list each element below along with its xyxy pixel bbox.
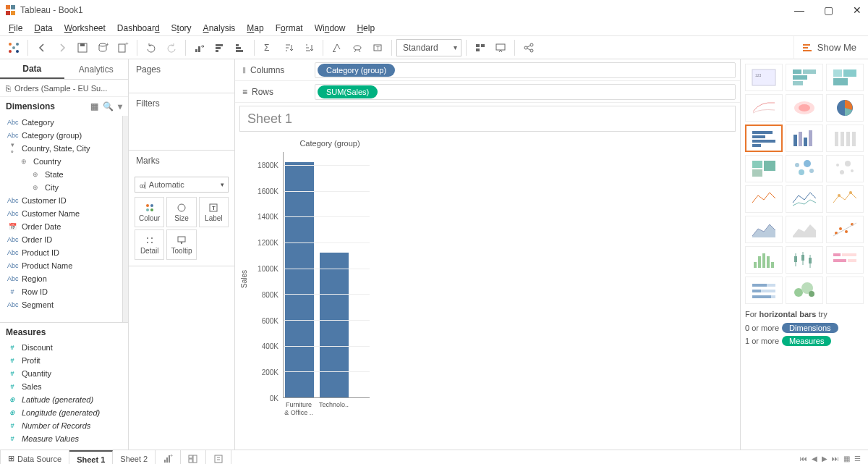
new-worksheet-button[interactable]: + <box>114 38 132 57</box>
showme-thumb-8[interactable] <box>826 125 864 152</box>
swap-button[interactable] <box>190 38 209 57</box>
back-button[interactable] <box>33 38 51 57</box>
tab-data[interactable]: Data <box>0 59 64 79</box>
dimension-field[interactable]: AbcCustomer Name <box>0 207 122 220</box>
bar[interactable] <box>320 253 349 397</box>
nav-first-icon[interactable]: ⏮ <box>800 455 807 463</box>
showme-thumb-14[interactable] <box>826 185 864 213</box>
sort-ascending-button[interactable] <box>279 38 298 57</box>
showme-thumb-21[interactable] <box>745 277 783 304</box>
save-button[interactable] <box>73 38 92 57</box>
showme-thumb-3[interactable] <box>745 94 783 122</box>
menu-map[interactable]: Map <box>242 22 268 35</box>
marks-detail[interactable]: Detail <box>135 229 164 260</box>
sort-descending-button[interactable] <box>299 38 318 57</box>
totals-button[interactable]: Σ <box>259 38 278 57</box>
showme-thumb-9[interactable] <box>745 155 783 182</box>
menu-analysis[interactable]: Analysis <box>199 22 240 35</box>
showme-thumb-18[interactable] <box>745 246 783 274</box>
bar[interactable] <box>285 162 314 397</box>
dimension-field[interactable]: #Row ID <box>0 285 122 298</box>
dimension-field[interactable]: ⊕State <box>0 168 122 181</box>
dimension-field[interactable]: AbcOrder ID <box>0 233 122 246</box>
measure-field[interactable]: #Quantity <box>0 367 128 380</box>
measure-field[interactable]: #Number of Records <box>0 419 128 432</box>
showme-thumb-5[interactable] <box>826 94 864 122</box>
dimensions-menu-icon[interactable]: ▾ <box>118 101 122 111</box>
nav-prev-icon[interactable]: ◀ <box>812 455 817 463</box>
tab-sheet1[interactable]: Sheet 1 <box>69 450 113 465</box>
marks-colour[interactable]: Colour <box>135 197 164 227</box>
presentation-mode-button[interactable] <box>491 38 510 57</box>
menu-story[interactable]: Story <box>167 22 196 35</box>
show-me-button[interactable]: Show Me <box>793 36 864 59</box>
measure-field[interactable]: #Sales <box>0 380 128 393</box>
rows-pill[interactable]: SUM(Sales) <box>318 85 378 98</box>
scrollbar[interactable] <box>122 116 128 322</box>
tab-datasource[interactable]: ⊞Data Source <box>0 450 69 465</box>
undo-button[interactable] <box>142 38 161 57</box>
forward-button[interactable] <box>53 38 72 57</box>
marks-tooltip[interactable]: Tooltip <box>166 229 196 260</box>
marks-label[interactable]: TLabel <box>199 197 229 227</box>
showme-thumb-19[interactable] <box>786 246 823 274</box>
nav-grid-icon[interactable]: ▦ <box>843 455 850 463</box>
nav-list-icon[interactable]: ☰ <box>854 455 861 463</box>
menu-data[interactable]: Data <box>30 22 56 35</box>
sort-desc-button[interactable] <box>231 38 250 57</box>
dimension-field[interactable]: ⊕City <box>0 181 122 194</box>
showme-thumb-6[interactable] <box>745 125 783 152</box>
new-worksheet-tab[interactable]: + <box>156 450 181 465</box>
menu-file[interactable]: File <box>4 22 27 35</box>
new-datasource-button[interactable]: + <box>93 38 112 57</box>
measure-field[interactable]: ⊕Longitude (generated) <box>0 406 128 419</box>
columns-shelf[interactable]: ⦀Columns Category (group) <box>235 59 740 81</box>
showme-thumb-16[interactable] <box>786 216 823 243</box>
showme-thumb-12[interactable] <box>745 185 783 213</box>
dimension-field[interactable]: AbcProduct ID <box>0 246 122 259</box>
share-button[interactable] <box>519 38 538 57</box>
marks-type-dropdown[interactable]: ₀₀| Automatic <box>135 177 229 193</box>
dimension-field[interactable]: ▾ ⚬Country, State, City <box>0 142 122 155</box>
close-button[interactable]: ✕ <box>852 4 862 16</box>
menu-window[interactable]: Window <box>310 22 350 35</box>
minimize-button[interactable]: — <box>794 4 804 16</box>
showme-thumb-22[interactable] <box>786 277 823 304</box>
fit-dropdown[interactable]: Standard <box>396 39 461 56</box>
tableau-icon[interactable] <box>4 38 23 57</box>
nav-next-icon[interactable]: ▶ <box>822 455 827 463</box>
showme-thumb-4[interactable] <box>786 94 823 122</box>
sheet-title[interactable]: Sheet 1 <box>239 106 736 132</box>
measure-field[interactable]: #Discount <box>0 341 128 354</box>
showme-thumb-23[interactable] <box>826 277 864 304</box>
showme-thumb-2[interactable] <box>826 64 864 91</box>
maximize-button[interactable]: ▢ <box>823 4 833 16</box>
search-icon[interactable]: 🔍 <box>103 101 114 111</box>
dimension-field[interactable]: ⊕Country <box>0 155 122 168</box>
showme-thumb-13[interactable] <box>786 185 823 213</box>
measure-field[interactable]: #Profit <box>0 354 128 367</box>
highlight-button[interactable] <box>328 38 346 57</box>
showme-thumb-7[interactable] <box>786 125 823 152</box>
dimension-field[interactable]: AbcProduct Name <box>0 259 122 272</box>
measure-field[interactable]: ⊕Latitude (generated) <box>0 393 128 406</box>
dimension-field[interactable]: 📅Order Date <box>0 220 122 233</box>
menu-help[interactable]: Help <box>352 22 379 35</box>
menu-worksheet[interactable]: Worksheet <box>60 22 110 35</box>
showme-thumb-10[interactable] <box>786 155 823 182</box>
marks-size[interactable]: Size <box>166 197 196 227</box>
dimension-field[interactable]: AbcRegion <box>0 272 122 285</box>
new-story-tab[interactable] <box>206 450 231 465</box>
menu-dashboard[interactable]: Dashboard <box>113 22 164 35</box>
showme-thumb-20[interactable] <box>826 246 864 274</box>
measure-field[interactable]: #Measure Values <box>0 432 128 445</box>
menu-format[interactable]: Format <box>271 22 307 35</box>
view-grid-icon[interactable]: ▦ <box>90 101 98 111</box>
dimension-field[interactable]: AbcCategory <box>0 116 122 129</box>
tab-sheet2[interactable]: Sheet 2 <box>113 450 156 465</box>
new-dashboard-tab[interactable] <box>181 450 206 465</box>
dimension-field[interactable]: AbcCustomer ID <box>0 194 122 207</box>
dimension-field[interactable]: AbcSegment <box>0 298 122 311</box>
datasource-row[interactable]: ⎘ Orders (Sample - EU Su... <box>0 80 128 97</box>
showme-thumb-11[interactable] <box>826 155 864 182</box>
